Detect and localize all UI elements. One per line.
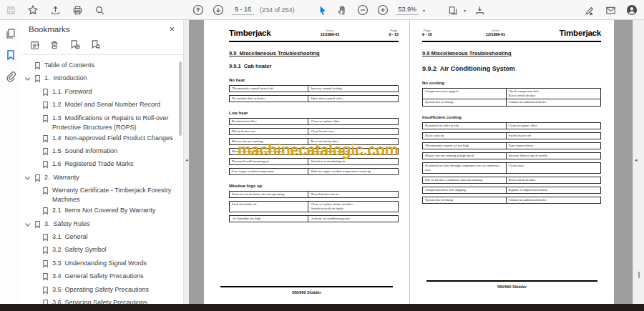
bookmark-item-label: 3.3 Understanding Signal Words	[50, 259, 183, 268]
cause-cell: No coolant flow to heater	[230, 96, 308, 102]
bookmark-item[interactable]: 3.1 General	[21, 231, 183, 244]
troubleshooting-table: Compressor not engagedCheck compressor b…	[422, 88, 601, 107]
page-display-caret-icon[interactable]: ▾	[464, 8, 466, 13]
page-footer: 560/660 Skidder	[220, 286, 393, 295]
bookmark-item-label: Table of Contents	[42, 61, 183, 70]
share-icon[interactable]	[49, 2, 62, 18]
toolbar-right-group	[582, 0, 638, 20]
chevron-down-icon[interactable]	[23, 173, 32, 182]
bookmark-item[interactable]: 2.1 Items Not Covered By Warranty	[21, 204, 183, 217]
left-rail	[0, 20, 21, 311]
bookmark-item[interactable]: Warranty Certificate - Timberjack Forest…	[21, 184, 183, 204]
panel-splitter[interactable]: ◂	[183, 20, 189, 311]
new-bookmark-icon[interactable]	[69, 39, 80, 50]
bookmark-item[interactable]: 3.3 Understanding Signal Words	[21, 257, 183, 270]
page-thumbnails-icon[interactable]	[3, 26, 19, 41]
bookmark-item[interactable]: 3.2 Safety Symbol	[21, 244, 183, 257]
watermark-text: machinecatalogic.com	[238, 142, 399, 159]
table-row: No coolant flow to heaterOpen flow contr…	[229, 95, 399, 102]
zoom-dropdown-caret-icon[interactable]: ▾	[423, 8, 425, 13]
issue-block: Issue 12/1999-01	[321, 29, 340, 37]
profile-avatar[interactable]	[625, 2, 638, 18]
bookmark-item-label: 3.2 Safety Symbol	[50, 245, 183, 255]
bookmark-item[interactable]: 3. Safety Rules	[21, 218, 183, 231]
page-right: Page 9 - 16 Issue 12/1999-01 Timberjack …	[409, 20, 614, 311]
chevron-down-icon[interactable]	[23, 61, 32, 63]
issue-value: 12/1999-01	[321, 32, 340, 37]
toolbar-left-group	[4, 0, 106, 20]
right-panel-handle[interactable]: ◂	[633, 20, 644, 311]
remedy-cell: Activate air conditioning unit	[308, 216, 398, 222]
cause-cell: Blower fan not running at high speed	[423, 153, 507, 159]
bookmark-search-icon[interactable]	[90, 39, 101, 50]
signature-icon[interactable]	[582, 2, 595, 18]
bookmark-options-caret-icon[interactable]: ▾	[37, 42, 39, 47]
page-count-label: (234 of 254)	[260, 6, 295, 14]
bookmark-item-label: 1.1 Foreword	[50, 87, 183, 97]
troubleshooting-group: No coolingCompressor not engagedCheck co…	[422, 81, 601, 107]
bookmark-item[interactable]: 2. Warranty	[21, 172, 183, 184]
hand-tool-icon[interactable]	[336, 2, 349, 18]
table-row: Restricted air filterClean or replace fi…	[229, 118, 399, 125]
table-row: Heater unit onSwitch heater off	[422, 132, 601, 139]
delete-bookmark-icon[interactable]	[49, 40, 59, 50]
bookmark-icon	[40, 285, 50, 295]
page-number-field[interactable]: 9 - 16	[232, 5, 254, 15]
bookmarks-panel-header: Bookmarks ×	[21, 20, 183, 36]
select-tool-icon[interactable]	[316, 2, 329, 18]
email-icon[interactable]	[604, 2, 617, 18]
expand-tools-icon[interactable]: ◂	[635, 157, 638, 163]
table-row: System low of chargeContact an authorize…	[422, 197, 601, 204]
search-icon[interactable]	[93, 2, 106, 18]
page-display-icon[interactable]	[447, 2, 459, 18]
remedy-cell: Turn defroster fan on	[308, 192, 398, 197]
bookmark-icon	[32, 173, 42, 182]
bookmark-item[interactable]: 1.3 Modifications or Repairs to Roll-ove…	[21, 112, 183, 132]
top-toolbar: 9 - 16 (234 of 254) 53.9% ▾ ▾	[0, 0, 644, 20]
chevron-down-icon[interactable]	[23, 219, 32, 228]
pdf-viewer-window: 9 - 16 (234 of 254) 53.9% ▾ ▾ Bookmar	[0, 0, 644, 311]
zoom-out-icon[interactable]	[356, 2, 369, 18]
save-icon[interactable]	[4, 2, 17, 18]
document-area: Timberjack Issue 12/1999-01 Page 9 - 15 …	[189, 20, 633, 311]
subsection-title: 9.9.1 Cab heater	[229, 63, 399, 69]
issue-block: Issue 12/1999-01	[486, 29, 505, 37]
bookmark-item-label: 1.4 Non-approved Field Product Changes	[50, 134, 183, 143]
bookmark-item[interactable]: 3.5 Operating Safety Precautions	[21, 284, 183, 297]
bookmark-icon	[40, 232, 50, 242]
close-icon[interactable]: ×	[167, 26, 176, 33]
bookmark-options-icon[interactable]: ▾	[30, 40, 39, 50]
next-page-icon[interactable]	[212, 2, 225, 18]
table-row: System low of chargeContact an authorize…	[423, 99, 600, 107]
bookmark-item[interactable]: 1.5 Sound Information	[21, 145, 183, 158]
bookmark-item[interactable]: 1. Introduction	[21, 72, 183, 85]
zoom-level-field[interactable]: 53.9%	[396, 5, 419, 15]
cause-cell: Compressor not engaged	[423, 89, 507, 99]
bookmark-item[interactable]: Table of Contents	[21, 59, 183, 72]
bookmarks-scrollbar-thumb[interactable]	[179, 61, 182, 136]
cause-cell: System low of charge	[423, 99, 507, 107]
bookmark-item-label: Warranty Certificate - Timberjack Forest…	[50, 186, 183, 204]
table-row: Restricted air filter in cabClean or rep…	[422, 122, 601, 129]
cause-cell: Lack of outside air	[230, 202, 308, 212]
bookmark-item[interactable]: 1.6 Registered Trade Marks	[21, 158, 183, 171]
bookmark-item[interactable]: 1.4 Non-approved Field Product Changes	[21, 132, 183, 145]
fit-to-window-icon[interactable]	[473, 2, 486, 18]
cause-cell: Restricted air filter	[230, 119, 308, 124]
star-icon[interactable]	[26, 2, 39, 18]
attachments-icon[interactable]	[3, 69, 19, 84]
cause-cell: Low engine coolant temperature	[230, 169, 308, 174]
table-row: Lack of outside airClean or replace inta…	[229, 201, 399, 212]
page-block: Page 9 - 15	[389, 29, 399, 37]
bookmarks-icon[interactable]	[3, 47, 19, 63]
previous-page-icon[interactable]	[192, 2, 205, 18]
chevron-down-icon[interactable]	[23, 74, 32, 82]
zoom-in-icon[interactable]	[376, 2, 389, 18]
bookmark-item[interactable]: 3.4 General Safety Precautions	[21, 270, 183, 283]
print-icon[interactable]	[71, 2, 84, 18]
bookmark-item[interactable]: 1.1 Foreword	[21, 86, 183, 99]
vertical-scrollbar-thumb[interactable]	[638, 272, 640, 278]
remedy-cell: Clean or replace filter	[308, 119, 398, 124]
cause-cell: Heater unit on	[423, 133, 507, 139]
bookmark-item[interactable]: 1.2 Model and Serial Number Record	[21, 99, 183, 112]
